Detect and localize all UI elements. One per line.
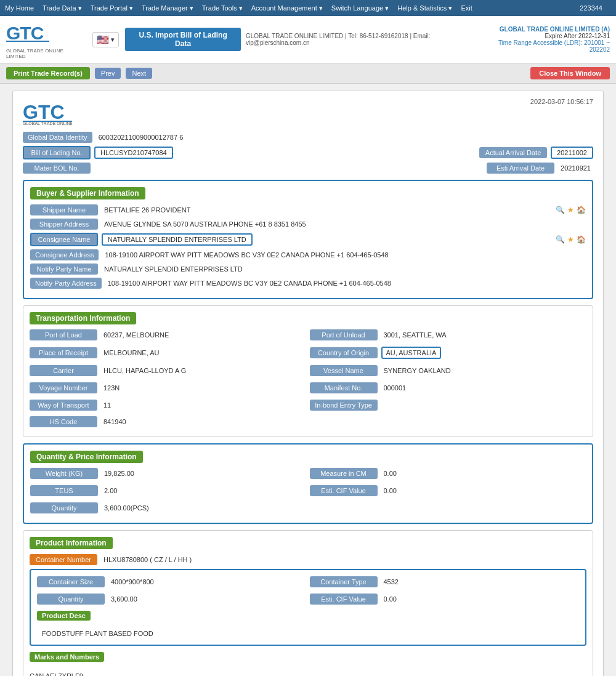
measure-value: 0.00 [381,469,399,478]
gtc-logo: GTC GLOBAL TRADE ONLINE LIMITED [6,20,80,59]
prev-button-top[interactable]: Prev [95,68,121,79]
weight-label: Weight (KG) [30,468,98,479]
header-contact: GLOBAL TRADE ONLINE LIMITED | Tel: 86-51… [246,33,483,46]
search-icon[interactable]: 🔍 [556,206,565,214]
home-icon[interactable]: 🏠 [577,206,586,214]
nav-trade-tools[interactable]: Trade Tools ▾ [202,4,243,12]
consignee-address-value: 108-19100 AIRPORT WAY PITT MEADOWS BC V3… [102,250,391,260]
nav-trade-data[interactable]: Trade Data ▾ [43,4,82,12]
consignee-name-label: Consignee Name [30,233,98,246]
nav-trade-manager[interactable]: Trade Manager ▾ [142,4,193,12]
quantity-row: Quantity 3,600.00(PCS) [30,502,307,513]
port-of-unload-value: 3001, SEATTLE, WA [381,330,449,340]
user-id: 223344 [580,4,602,12]
nav-trade-portal[interactable]: Trade Portal ▾ [91,4,133,12]
consignee-icons: 🔍 ★ 🏠 [556,235,586,244]
star-icon-consignee[interactable]: ★ [567,235,574,244]
voyage-number-label: Voyage Number [30,382,97,393]
home-icon-consignee[interactable]: 🏠 [577,235,586,244]
record-card: GTC GLOBAL TRADE ONLINE LIMITED 2022-03-… [12,90,604,676]
container-details-box: Container Size 4000*900*800 Container Ty… [30,569,586,646]
company-name: GLOBAL TRADE ONLINE LIMITED (A) [483,26,610,33]
way-of-transport-value: 11 [101,400,113,410]
logo-subtitle: GLOBAL TRADE ONLINE LIMITED [6,48,80,59]
nav-help-statistics[interactable]: Help & Statistics ▾ [397,4,452,12]
hs-code-value: 841940 [101,417,129,427]
actual-arrival-label: Actual Arrival Date [479,147,547,158]
notify-party-address-row: Notify Party Address 108-19100 AIRPORT W… [30,278,586,289]
card-logo: GTC GLOBAL TRADE ONLINE LIMITED [23,98,72,126]
container-size-row: Container Size 4000*900*800 [37,576,307,587]
way-of-transport-row: Way of Transport 11 [30,400,307,411]
print-button-top[interactable]: Print Trade Record(s) [6,67,90,79]
product-desc-value: FOODSTUFF PLANT BASED FOOD [37,629,579,638]
notify-party-name-row: Notify Party Name NATURALLY SPLENDID ENT… [30,264,586,275]
consignee-name-row: Consignee Name NATURALLY SPLENDID ENTERP… [30,233,586,246]
hs-code-label: HS Code [30,416,97,427]
vessel-name-value: SYNERGY OAKLAND [381,366,453,376]
shipper-icons: 🔍 ★ 🏠 [556,206,586,214]
vessel-name-label: Vessel Name [310,365,378,376]
container-number-row: Container Number HLXU8780800 ( CZ / L / … [30,554,586,565]
flag-selector[interactable]: 🇺🇸▾ [92,32,119,47]
nav-account-management[interactable]: Account Management ▾ [251,4,323,12]
data-type-dropdown[interactable]: U.S. Import Bill of Lading Data [125,28,241,51]
container-number-value: HLXU8780800 ( CZ / L / HH ) [101,555,194,565]
header-bar: GTC GLOBAL TRADE ONLINE LIMITED 🇺🇸▾ U.S.… [0,16,616,63]
nav-exit[interactable]: Exit [461,4,472,12]
place-of-receipt-row: Place of Receipt MELBOURNE, AU [30,347,307,359]
nav-switch-language[interactable]: Switch Language ▾ [331,4,389,12]
notify-party-name-value: NATURALLY SPLENDID ENTERPRISES LTD [102,264,245,274]
esti-arrival-value: 20210921 [558,163,593,173]
country-of-origin-value: AU, AUSTRALIA [381,347,442,359]
port-of-load-value: 60237, MELBOURNE [101,330,171,340]
container-size-value: 4000*900*800 [108,577,156,587]
product-quantity-label: Quantity [37,594,105,605]
product-esti-cif-value: 0.00 [381,594,399,604]
vessel-name-row: Vessel Name SYNERGY OAKLAND [310,365,587,376]
close-button-top[interactable]: Close This Window [530,67,610,79]
teus-row: TEUS 2.00 [30,485,307,496]
product-desc-label: Product Desc [37,611,91,621]
next-button-top[interactable]: Next [126,68,152,79]
esti-cif-value: 0.00 [381,486,399,496]
esti-cif-label: Esti. CIF Value [310,485,378,496]
measure-label: Measure in CM [310,468,378,479]
star-icon[interactable]: ★ [567,206,574,214]
bill-of-lading-value: HLCUSYD210747084 [94,147,173,159]
teus-value: 2.00 [102,486,120,496]
notify-party-address-label: Notify Party Address [30,278,102,289]
marks-label: Marks and Numbers [30,652,104,662]
buyer-supplier-section: Buyer & Supplier Information Shipper Nam… [23,180,593,299]
weight-row: Weight (KG) 19,825.00 [30,468,307,479]
shipper-address-label: Shipper Address [30,219,98,230]
shipper-name-value: BETTALIFE 26 PROVIDENT [102,205,193,215]
manifest-no-row: Manifest No. 000001 [310,382,587,393]
inbond-entry-row: In-bond Entry Type [310,400,587,411]
place-of-receipt-label: Place of Receipt [30,347,97,358]
shipper-name-row: Shipper Name BETTALIFE 26 PROVIDENT 🔍 ★ … [30,204,586,215]
teus-label: TEUS [30,485,98,496]
esti-cif-row: Esti. CIF Value 0.00 [310,485,586,496]
quantity-label: Quantity [30,502,98,513]
weight-value: 19,825.00 [102,469,137,478]
esti-arrival-label: Esti Arrival Date [487,163,554,174]
manifest-no-label: Manifest No. [310,382,378,393]
consignee-address-label: Consignee Address [30,249,99,260]
port-of-unload-label: Port of Unload [310,329,378,340]
mater-bol-label: Mater BOL No. [23,163,91,174]
carrier-row: Carrier HLCU, HAPAG-LLOYD A G [30,365,307,376]
measure-row: Measure in CM 0.00 [310,468,586,479]
container-size-label: Container Size [37,576,105,587]
transportation-section: Transportation Information Port of Load … [23,305,593,437]
header-right: GLOBAL TRADE ONLINE LIMITED (A) Expire A… [483,26,610,53]
notify-party-address-value: 108-19100 AIRPORT WAY PITT MEADOWS BC V3… [105,278,394,288]
quantity-price-title: Quantity & Price Information [30,451,143,463]
search-icon-consignee[interactable]: 🔍 [556,235,565,244]
marks-value: CAN AEL7XRLF9 . [30,670,586,676]
main-content: GTC GLOBAL TRADE ONLINE LIMITED 2022-03-… [0,84,616,676]
nav-my-home[interactable]: My Home [5,4,34,12]
port-of-load-label: Port of Load [30,329,97,340]
shipper-address-value: AVENUE GLYNDE SA 5070 AUSTRALIA PHONE +6… [102,219,309,229]
product-esti-cif-label: Esti. CIF Value [310,594,378,605]
